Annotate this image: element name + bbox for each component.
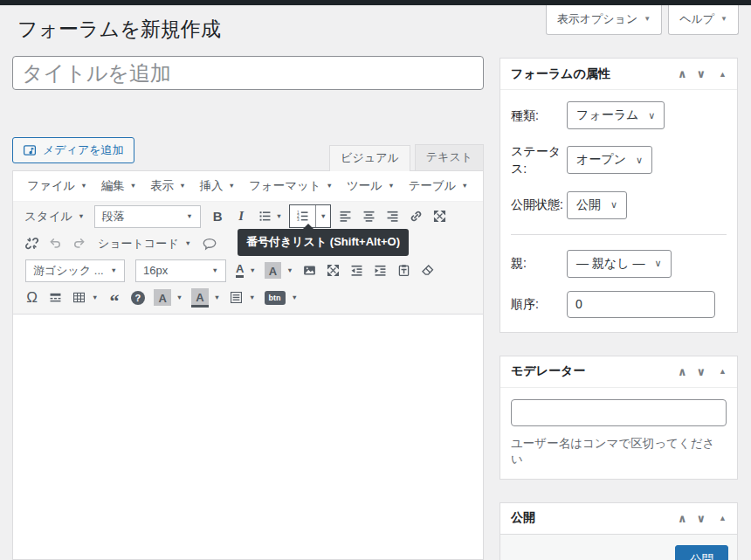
menu-item-view[interactable]: 表示 ▼ [143,174,192,198]
chevron-down-icon: ▼ [111,267,117,274]
omega-icon: Ω [26,289,38,307]
tab-visual[interactable]: ビジュアル [329,145,410,171]
editor-content-area[interactable] [13,315,483,559]
expand-button[interactable] [321,259,345,282]
paragraph-format-select[interactable]: 段落 ▼ [94,205,201,228]
read-more-button[interactable] [44,287,67,309]
chevron-down-icon: ▼ [292,294,298,301]
line-height-button[interactable]: ▼ [224,287,259,309]
chevron-down-icon: ▼ [78,213,84,220]
parent-select[interactable]: — 親なし — ∨ [567,250,672,278]
panel-header[interactable]: 公開 ∧ ∨ ▲ [500,503,737,535]
undo-button[interactable] [44,232,67,255]
help-icon: ? [131,291,145,305]
screen-options-button[interactable]: 表示オプション ▼ [546,5,662,35]
align-right-icon [385,209,400,224]
move-down-icon[interactable]: ∨ [697,512,706,525]
tab-text[interactable]: テキスト [415,144,484,170]
indent-button[interactable] [369,259,392,282]
insert-image-button[interactable] [298,259,321,282]
menu-item-tools[interactable]: ツール ▼ [340,174,402,198]
numbered-list-dropdown[interactable]: ▼ [315,205,330,227]
indent-icon [373,263,388,278]
help-button[interactable]: ヘルプ ▼ [668,5,739,35]
align-center-button[interactable] [357,205,381,228]
move-down-icon[interactable]: ∨ [697,365,706,378]
chevron-down-icon: ▼ [214,294,220,301]
publish-button[interactable]: 公開 [675,545,728,560]
italic-icon: I [238,209,244,224]
styles-dropdown[interactable]: スタイル ▼ [20,205,89,228]
media-icon [23,143,37,157]
field-visibility: 公開状態: 公開 ∨ [511,191,727,219]
menu-item-edit[interactable]: 編集 ▼ [94,174,143,198]
blockquote-button[interactable]: “ [102,287,126,309]
panel-body: ユーザー名はコンマで区切ってください [500,388,737,479]
font-family-select[interactable]: 游ゴシック ... ▼ [25,259,125,282]
font-color-button[interactable]: A ▼ [187,287,224,309]
paste-text-icon [396,263,411,278]
menu-item-insert[interactable]: 挿入 ▼ [193,174,242,198]
clear-formatting-button[interactable] [416,259,439,282]
shortcode-btn-button[interactable]: btn ▼ [260,287,302,309]
redo-button[interactable] [67,232,91,255]
field-status: ステータス: オープン ∨ [511,142,727,178]
toggle-panel-icon[interactable]: ▲ [719,367,727,376]
background-color-button[interactable]: A ▼ [260,259,298,282]
align-right-button[interactable] [381,205,404,228]
chevron-down-icon: ▼ [92,294,98,301]
paste-as-text-button[interactable] [392,259,416,282]
font-size-select[interactable]: 16px ▼ [135,259,226,282]
move-up-icon[interactable]: ∧ [678,67,687,80]
outdent-icon [349,263,364,278]
page-title: フォーラムを新規作成 [17,16,221,43]
add-media-button[interactable]: メディアを追加 [12,137,134,163]
editor-help-button[interactable]: ? [126,287,149,309]
move-up-icon[interactable]: ∧ [678,512,687,525]
order-input[interactable] [567,291,715,318]
text-color-button[interactable]: A ▼ [231,259,260,282]
highlight-color-button[interactable]: A ▼ [149,287,187,309]
screen-meta-links: 表示オプション ▼ ヘルプ ▼ [546,5,739,35]
comment-button[interactable] [198,232,222,255]
visibility-select[interactable]: 公開 ∨ [567,191,627,219]
menu-item-format[interactable]: フォーマット ▼ [242,174,340,198]
special-character-button[interactable]: Ω [20,287,44,309]
menu-label: 挿入 [200,178,224,194]
moderators-input[interactable] [511,399,727,426]
shortcode-dropdown[interactable]: ショートコード ▼ [91,232,198,255]
panel-header[interactable]: モデレーター ∧ ∨ ▲ [500,356,737,388]
unlink-button[interactable] [20,232,44,255]
table-button[interactable]: ▼ [67,287,102,309]
font-family-value: 游ゴシック ... [33,263,104,279]
field-label: 公開状態: [511,196,567,213]
chevron-down-icon: ∨ [648,111,655,121]
toggle-panel-icon[interactable]: ▲ [719,514,727,522]
btn-badge-icon: btn [265,291,286,305]
chevron-down-icon: ▼ [130,183,136,190]
align-left-button[interactable] [334,205,357,228]
menu-item-file[interactable]: ファイル ▼ [20,174,94,198]
fullscreen-button[interactable] [428,205,451,228]
menu-item-table[interactable]: テーブル ▼ [402,174,475,198]
link-button[interactable] [404,205,428,228]
field-label: 親: [511,254,567,272]
toolbar-row-1: スタイル ▼ 段落 ▼ B I ▼ [17,203,479,230]
move-down-icon[interactable]: ∨ [697,67,706,80]
chevron-down-icon: ▼ [276,213,282,220]
panel-header[interactable]: フォーラムの属性 ∧ ∨ ▲ [500,59,737,90]
toggle-panel-icon[interactable]: ▲ [719,70,727,79]
status-select[interactable]: オープン ∨ [567,146,652,174]
menu-label: ツール [347,178,382,194]
numbered-list-icon: 1 2 3 [295,209,310,224]
type-select[interactable]: フォーラム ∨ [567,101,665,129]
italic-button[interactable]: I [230,205,253,228]
parent-value: — 親なし — [576,256,644,272]
move-up-icon[interactable]: ∧ [678,365,687,378]
bold-button[interactable]: B [206,205,230,228]
title-input[interactable] [12,56,484,90]
outdent-button[interactable] [345,259,369,282]
bullet-list-button[interactable]: ▼ [253,205,286,228]
sidebar: フォーラムの属性 ∧ ∨ ▲ 種類: フォーラム ∨ ステータス: オープン ∨ [500,58,738,560]
chevron-down-icon: ▼ [249,294,255,301]
